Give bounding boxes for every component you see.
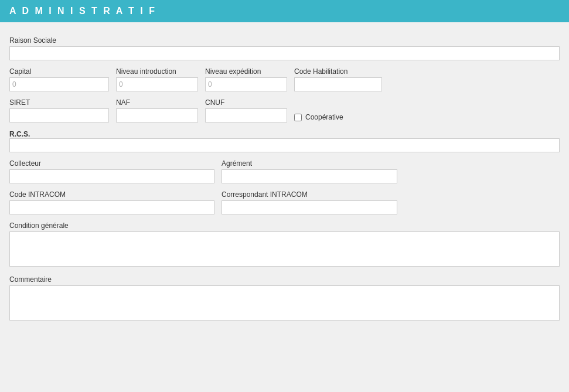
page-container: A D M I N I S T R A T I F Raison Sociale…	[0, 0, 569, 392]
form-body: Raison Sociale Capital Niveau introducti…	[0, 32, 569, 339]
cnuf-label: CNUF	[205, 98, 287, 107]
commentaire-section: Commentaire	[9, 275, 560, 322]
collecteur-label: Collecteur	[9, 159, 214, 168]
raison-sociale-input[interactable]	[9, 46, 560, 60]
row-collecteur: Collecteur Agrément	[9, 159, 560, 183]
corresp-intracom-input[interactable]	[222, 200, 397, 214]
niveau-intro-field: Niveau introduction	[116, 67, 198, 91]
collecteur-field: Collecteur	[9, 159, 214, 183]
siret-input[interactable]	[9, 108, 109, 122]
niveau-exp-field: Niveau expédition	[205, 67, 287, 91]
naf-input[interactable]	[116, 108, 198, 122]
niveau-intro-input[interactable]	[116, 77, 198, 91]
collecteur-input[interactable]	[9, 169, 214, 183]
niveau-intro-label: Niveau introduction	[116, 67, 198, 76]
cooperative-label: Coopérative	[305, 113, 343, 121]
cnuf-input[interactable]	[205, 108, 287, 122]
capital-label: Capital	[9, 67, 109, 76]
agrement-label: Agrément	[222, 159, 397, 168]
cooperative-checkbox[interactable]	[294, 114, 302, 121]
rcs-input[interactable]	[9, 138, 560, 152]
corresp-intracom-field: Correspondant INTRACOM	[222, 190, 397, 214]
cooperative-field: Coopérative	[294, 113, 343, 121]
raison-sociale-label: Raison Sociale	[9, 36, 560, 45]
capital-input[interactable]	[9, 77, 109, 91]
rcs-label: R.C.S.	[9, 130, 30, 138]
cnuf-field: CNUF	[205, 98, 287, 122]
row-intracom: Code INTRACOM Correspondant INTRACOM	[9, 190, 560, 214]
code-hab-input[interactable]	[294, 77, 382, 91]
page-title: A D M I N I S T R A T I F	[9, 6, 156, 16]
naf-label: NAF	[116, 98, 198, 107]
header-bar: A D M I N I S T R A T I F	[0, 0, 569, 22]
code-hab-label: Code Habilitation	[294, 67, 382, 76]
row-capital: Capital Niveau introduction Niveau expéd…	[9, 67, 560, 91]
rcs-section: R.C.S.	[9, 129, 560, 152]
condition-generale-label: Condition générale	[9, 221, 560, 230]
raison-sociale-section: Raison Sociale	[9, 36, 560, 60]
capital-field: Capital	[9, 67, 109, 91]
niveau-exp-label: Niveau expédition	[205, 67, 287, 76]
commentaire-label: Commentaire	[9, 275, 560, 284]
siret-label: SIRET	[9, 98, 109, 107]
code-intracom-label: Code INTRACOM	[9, 190, 214, 199]
naf-field: NAF	[116, 98, 198, 122]
agrement-input[interactable]	[222, 169, 397, 183]
row-siret: SIRET NAF CNUF Coopérative	[9, 98, 560, 122]
siret-field: SIRET	[9, 98, 109, 122]
code-intracom-input[interactable]	[9, 200, 214, 214]
corresp-intracom-label: Correspondant INTRACOM	[222, 190, 397, 199]
code-intracom-field: Code INTRACOM	[9, 190, 214, 214]
condition-generale-section: Condition générale	[9, 221, 560, 268]
condition-generale-textarea[interactable]	[9, 231, 560, 267]
commentaire-textarea[interactable]	[9, 285, 560, 321]
agrement-field: Agrément	[222, 159, 397, 183]
niveau-exp-input[interactable]	[205, 77, 287, 91]
code-hab-field: Code Habilitation	[294, 67, 382, 91]
